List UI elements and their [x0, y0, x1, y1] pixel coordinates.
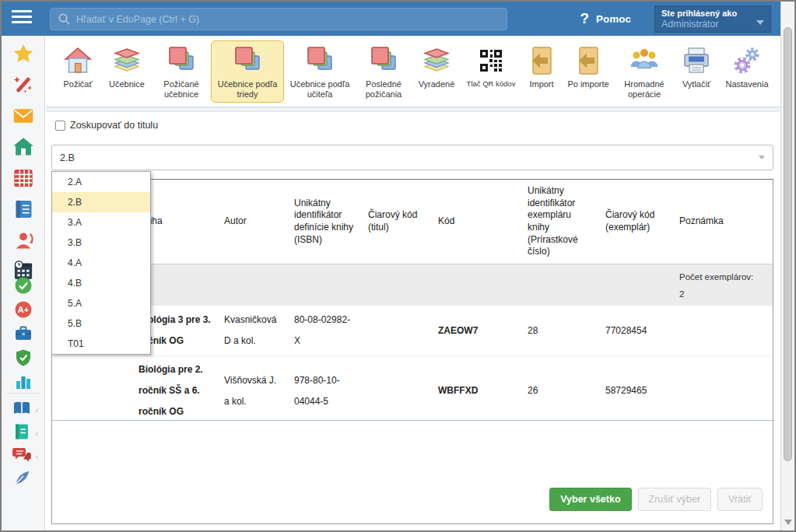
house-icon	[62, 44, 93, 77]
cell-barcode-exemplar: 77028454	[599, 317, 673, 345]
gears-icon	[731, 44, 763, 77]
svg-text:A+: A+	[18, 305, 29, 314]
global-search[interactable]	[50, 8, 507, 30]
class-option[interactable]: 3.A	[52, 212, 150, 233]
signature-quill-icon[interactable]	[12, 469, 31, 488]
toolbar-item-label: Import	[529, 79, 553, 89]
class-option[interactable]: 2.A	[52, 172, 150, 192]
vertical-scrollbar[interactable]	[780, 2, 794, 530]
class-dropdown-menu: 2.A 2.B 3.A 3.B 4.A 4.B 5.A 5.B T01	[51, 171, 151, 355]
books-table: Kniha Autor Unikátny identifikátor defin…	[51, 179, 773, 524]
class-select-value: 2.B	[60, 152, 759, 163]
search-input[interactable]	[76, 14, 499, 25]
notebook-icon[interactable]	[12, 198, 34, 220]
class-option[interactable]: 5.A	[52, 293, 150, 313]
help-label: Pomoc	[596, 13, 631, 25]
toolbar-item-ucebnice[interactable]: Učebnice	[102, 40, 152, 93]
column-header-barcode-exemplar: Čiarový kód (exemplár)	[599, 205, 673, 238]
group-by-title-checkbox[interactable]	[55, 121, 65, 131]
toolbar-item-vytlacit[interactable]: Vytlačiť	[675, 40, 718, 93]
main-content: Zoskupovať do titulu 2.B Kniha Autor Uni…	[46, 112, 780, 530]
column-header-poznamka: Poznámka	[673, 211, 773, 233]
table-row[interactable]: Biológia 3 pre 3. ročník OG Kvasničková …	[52, 306, 773, 355]
top-bar: ? Pomoc Ste prihlásený ako Administrátor	[2, 2, 780, 36]
toolbar-item-ucebnice-podla-triedy[interactable]: Učebnice podľa triedy	[211, 40, 284, 103]
select-all-button[interactable]: Vyber všetko	[549, 488, 631, 511]
envelope-icon[interactable]	[12, 105, 34, 127]
toolbar-item-nastavenia[interactable]: Nastavenia	[720, 40, 774, 93]
cell-exemplar-id: 26	[521, 377, 599, 404]
chevron-down-icon	[756, 20, 764, 25]
logged-in-user-dropdown[interactable]: Ste prihlásený ako Administrátor	[654, 5, 771, 33]
sidebar-divider	[6, 393, 40, 394]
toolbar-item-label: Požičať	[63, 79, 92, 89]
toolbar-item-label: Vyradené	[419, 79, 455, 89]
attendance-check-icon[interactable]	[14, 276, 33, 295]
cell-kniha: Biológia pre 2. ročník SŠ a 6. ročník OG	[132, 356, 218, 425]
table-footer: Vyber všetko Zrušiť výber Vrátiť	[52, 420, 773, 523]
group-by-title-label: Zoskupovať do titulu	[70, 120, 158, 131]
toolbar-item-vyradene[interactable]: Vyradené	[413, 40, 460, 93]
toolbar-item-po-importe[interactable]: Po importe	[563, 40, 614, 93]
substitution-person-icon[interactable]	[12, 229, 34, 251]
documents-notes-icon[interactable]: ›	[12, 422, 31, 441]
class-option[interactable]: T01	[52, 334, 150, 354]
cell-autor: Kvasničková D a kol.	[218, 306, 288, 355]
column-header-barcode-title: Čiarový kód (titul)	[362, 205, 432, 238]
toolbar-item-posledne-pozicania[interactable]: Posledné požičania	[356, 40, 412, 103]
hamburger-menu-icon[interactable]	[12, 10, 32, 27]
stacked-squares-icon	[232, 44, 263, 77]
toolbar-item-import[interactable]: Import	[522, 40, 561, 93]
security-shield-icon[interactable]	[14, 348, 33, 367]
toolbar-item-tlac-qr-kodov[interactable]: Tlač QR kódov	[461, 40, 521, 93]
magic-wand-icon[interactable]	[12, 74, 34, 96]
column-header-autor: Autor	[218, 211, 288, 233]
toolbar-item-label: Tlač QR kódov	[467, 79, 516, 89]
grades-a-plus-icon[interactable]: A+	[14, 300, 33, 319]
briefcase-agenda-icon[interactable]	[14, 324, 33, 343]
footer-buttons: Vyber všetko Zrušiť výber Vrátiť	[543, 488, 763, 511]
toolbar-item-ucebnice-podla-ucitela[interactable]: Učebnice podľa učiteľa	[286, 40, 354, 103]
library-book-icon[interactable]: ›	[12, 399, 31, 418]
cell-exemplar-id: 28	[521, 317, 599, 345]
class-option[interactable]: 3.B	[52, 233, 150, 253]
stacked-squares-icon	[368, 44, 399, 77]
help-icon: ?	[580, 10, 589, 27]
home-icon[interactable]	[12, 136, 34, 158]
class-select[interactable]: 2.B	[51, 145, 773, 170]
class-option[interactable]: 4.B	[52, 273, 150, 293]
stacked-squares-icon	[304, 44, 335, 77]
group-summary-row: Počet exemplárov: 2	[52, 264, 773, 306]
help-button[interactable]: ? Pomoc	[580, 2, 631, 36]
chevron-right-icon: ›	[35, 452, 38, 461]
star-icon[interactable]	[12, 43, 34, 65]
people-group-icon	[628, 44, 661, 77]
class-option[interactable]: 5.B	[52, 313, 150, 334]
toolbar-item-pozicat[interactable]: Požičať	[55, 40, 100, 93]
toolbar-item-label: Požičané učebnice	[156, 79, 207, 99]
chevron-right-icon: ›	[35, 405, 38, 415]
class-option-selected[interactable]: 2.B	[52, 192, 150, 212]
table-row[interactable]: Biológia pre 2. ročník SŠ a 6. ročník OG…	[52, 355, 773, 419]
messages-chat-icon[interactable]: ›	[12, 446, 31, 464]
return-button[interactable]: Vrátiť	[717, 488, 763, 511]
cancel-selection-button[interactable]: Zrušiť výber	[638, 488, 712, 511]
timetable-grid-icon[interactable]	[12, 167, 34, 189]
toolbar-item-label: Učebnice podľa učiteľa	[288, 79, 352, 99]
group-by-title-checkbox-row[interactable]: Zoskupovať do titulu	[55, 120, 158, 131]
cell-isbn: 80-08-02982-X	[288, 306, 362, 355]
toolbar-item-pozicane-ucebnice[interactable]: Požičané učebnice	[153, 40, 209, 103]
cell-poznamka	[673, 327, 773, 334]
toolbar-item-hromadne-operacie[interactable]: Hromadné operácie	[615, 40, 673, 103]
logged-in-as-label: Ste prihlásený ako	[661, 9, 764, 18]
scrollbar-thumb[interactable]	[784, 27, 792, 461]
statistics-bars-icon[interactable]	[14, 373, 33, 391]
toolbar-item-label: Nastavenia	[725, 79, 768, 89]
class-option[interactable]: 4.A	[52, 253, 150, 273]
book-stack-icon	[420, 44, 453, 77]
column-header-kod: Kód	[432, 211, 521, 233]
qr-code-icon	[478, 44, 504, 77]
chevron-down-icon	[759, 156, 765, 159]
cell-isbn: 978-80-10-04044-5	[288, 367, 362, 415]
scrollbar-down-arrow-icon[interactable]	[784, 520, 792, 525]
